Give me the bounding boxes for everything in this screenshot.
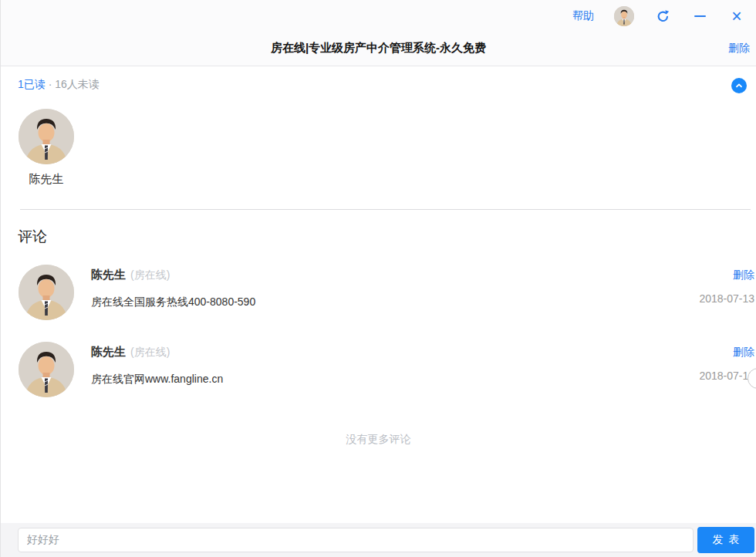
comment-item: 陈先生(房在线) 房在线全国服务热线400-8080-590 删除 2018-0… bbox=[19, 265, 756, 342]
close-button[interactable]: × bbox=[728, 8, 745, 25]
chevron-up-icon bbox=[734, 81, 744, 90]
reader-name: 陈先生 bbox=[18, 172, 75, 187]
reader-avatar bbox=[19, 109, 74, 164]
comment-meta: 删除 2018-07-13 bbox=[699, 268, 754, 305]
commenter-org: (房在线) bbox=[130, 346, 170, 358]
read-status-text: 1已读 · 16人未读 bbox=[18, 78, 100, 92]
read-count[interactable]: 1已读 bbox=[18, 78, 46, 90]
delete-comment-link[interactable]: 删除 bbox=[699, 346, 754, 360]
comment-input[interactable] bbox=[18, 528, 694, 552]
commenter-name-text: 陈先生 bbox=[91, 268, 126, 281]
section-divider bbox=[20, 209, 751, 210]
user-avatar-image bbox=[614, 6, 634, 26]
titlebar-title-row: 房在线|专业级房产中介管理系统-永久免费 删除 bbox=[1, 32, 756, 66]
comment-item: 陈先生(房在线) 房在线官网www.fangline.cn 删除 2018-07… bbox=[19, 342, 756, 419]
comment-text: 房在线官网www.fangline.cn bbox=[91, 373, 663, 387]
comments-heading: 评论 bbox=[18, 227, 47, 247]
titlebar: 帮助 bbox=[1, 0, 756, 66]
user-avatar-image bbox=[19, 109, 74, 164]
titlebar-user-avatar[interactable] bbox=[614, 6, 634, 26]
minimize-icon bbox=[694, 15, 706, 17]
no-more-comments-text: 没有更多评论 bbox=[1, 433, 756, 447]
announcement-window: 帮助 bbox=[0, 0, 756, 557]
comment-body: 陈先生(房在线) 房在线官网www.fangline.cn bbox=[91, 345, 663, 387]
delete-announcement-link[interactable]: 删除 bbox=[728, 32, 750, 63]
refresh-button[interactable] bbox=[654, 8, 671, 25]
submit-comment-button[interactable]: 发表 bbox=[697, 527, 754, 553]
commenter-org: (房在线) bbox=[130, 268, 170, 281]
commenter-name: 陈先生(房在线) bbox=[91, 268, 663, 282]
help-link[interactable]: 帮助 bbox=[572, 9, 594, 23]
minimize-button[interactable] bbox=[691, 8, 708, 25]
titlebar-controls-row: 帮助 bbox=[1, 0, 756, 32]
commenter-name-text: 陈先生 bbox=[91, 345, 126, 358]
commenter-avatar[interactable] bbox=[19, 265, 74, 320]
unread-count: · 16人未读 bbox=[46, 78, 100, 90]
comment-composer-bar: 发表 bbox=[1, 523, 756, 557]
delete-comment-link[interactable]: 删除 bbox=[699, 268, 754, 282]
close-icon: × bbox=[731, 8, 741, 24]
page-title: 房在线|专业级房产中介管理系统-永久免费 bbox=[1, 32, 756, 63]
refresh-icon bbox=[656, 9, 670, 24]
user-avatar-image bbox=[19, 265, 74, 320]
read-status-row: 1已读 · 16人未读 bbox=[1, 66, 756, 105]
comment-date: 2018-07-13 bbox=[699, 292, 754, 305]
collapse-button[interactable] bbox=[731, 78, 747, 93]
reader-item[interactable]: 陈先生 bbox=[18, 109, 75, 187]
user-avatar-image bbox=[19, 342, 74, 397]
comment-meta: 删除 2018-07-13 bbox=[699, 346, 754, 382]
comment-date: 2018-07-13 bbox=[699, 370, 754, 382]
comment-body: 陈先生(房在线) 房在线全国服务热线400-8080-590 bbox=[91, 268, 663, 309]
commenter-name: 陈先生(房在线) bbox=[91, 345, 663, 360]
comment-text: 房在线全国服务热线400-8080-590 bbox=[91, 295, 663, 309]
commenter-avatar[interactable] bbox=[19, 342, 74, 397]
